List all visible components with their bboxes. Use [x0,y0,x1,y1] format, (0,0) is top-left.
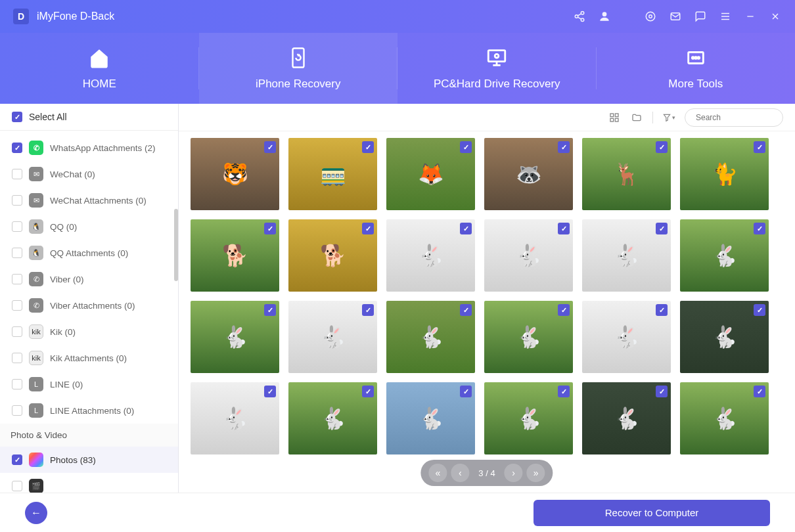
grid-view-icon[interactable] [608,111,621,124]
photo-thumbnail[interactable]: 🐇 [191,301,279,373]
checkbox[interactable] [12,248,22,258]
photo-thumbnail[interactable]: 🐇 [288,301,377,373]
thumbnail-checkbox[interactable] [754,223,765,234]
photo-thumbnail[interactable]: 🐇 [680,219,769,292]
feedback-icon[interactable] [694,10,707,23]
checkbox[interactable] [12,143,22,153]
sidebar-item[interactable]: kik Kik Attachments (0) [0,345,178,371]
photo-thumbnail[interactable]: 🚃 [288,138,377,210]
photo-thumbnail[interactable]: 🐯 [191,138,279,210]
settings-icon[interactable] [644,10,657,23]
tab-more-tools[interactable]: More Tools [597,33,796,104]
checkbox[interactable] [12,274,22,284]
thumbnail-checkbox[interactable] [558,223,570,234]
sidebar-item[interactable]: ✆ WhatsApp Attachments (2) [0,135,178,161]
page-prev-button[interactable]: ‹ [451,464,469,482]
sidebar-item[interactable]: 🎬 [0,473,178,493]
photo-thumbnail[interactable]: 🐈 [680,138,769,210]
thumbnail-checkbox[interactable] [656,223,668,234]
thumbnail-checkbox[interactable] [558,304,570,316]
scrollbar-thumb[interactable] [174,209,178,281]
thumbnail-checkbox[interactable] [754,141,765,153]
photo-thumbnail[interactable]: 🦊 [386,138,475,210]
close-icon[interactable] [769,10,782,23]
photo-thumbnail[interactable]: 🐇 [484,382,573,454]
svg-line-4 [578,17,581,19]
search-box[interactable] [685,108,783,127]
thumbnail-checkbox[interactable] [754,386,765,397]
thumbnail-checkbox[interactable] [264,386,276,397]
checkbox[interactable] [12,221,22,232]
photo-thumbnail[interactable]: 🐇 [386,301,475,373]
thumbnail-checkbox[interactable] [264,223,276,234]
thumbnail-checkbox[interactable] [460,141,472,153]
select-all-row[interactable]: ✓ Select All [0,104,178,131]
sidebar-item[interactable]: ✉ WeChat Attachments (0) [0,187,178,213]
page-last-button[interactable]: » [527,464,545,482]
checkbox[interactable] [12,454,22,465]
checkbox[interactable] [12,481,22,491]
back-button[interactable]: ← [25,502,47,524]
checkbox[interactable] [12,379,22,389]
thumbnail-checkbox[interactable] [656,304,668,316]
mail-icon[interactable] [669,10,682,23]
menu-icon[interactable] [719,10,732,23]
tab-home[interactable]: HOME [0,33,199,104]
thumbnail-checkbox[interactable] [460,304,472,316]
photo-thumbnail[interactable]: 🐇 [288,382,377,454]
photo-thumbnail[interactable]: 🐕 [288,219,377,292]
photo-thumbnail[interactable]: 🦝 [484,138,573,210]
page-first-button[interactable]: « [428,464,447,482]
tab-iphone-recovery[interactable]: iPhone Recovery [199,33,398,104]
thumbnail-checkbox[interactable] [362,141,374,153]
checkbox[interactable] [12,195,22,206]
thumbnail-checkbox[interactable] [362,304,374,316]
filter-icon[interactable]: ▾ [662,111,675,124]
recover-button[interactable]: Recover to Computer [534,500,770,526]
thumbnail-checkbox[interactable] [754,304,765,316]
photo-thumbnail[interactable]: 🦌 [582,138,671,210]
photo-thumbnail[interactable]: 🐇 [582,219,671,292]
photo-thumbnail[interactable]: 🐕 [191,219,279,292]
thumbnail-checkbox[interactable] [656,141,668,153]
photo-thumbnail[interactable]: 🐇 [386,219,475,292]
thumbnail-checkbox[interactable] [558,141,570,153]
photo-thumbnail[interactable]: 🐇 [386,382,475,454]
thumbnail-checkbox[interactable] [362,386,374,397]
checkbox[interactable] [12,405,22,416]
photo-thumbnail[interactable]: 🐇 [680,382,769,454]
search-input[interactable] [696,113,794,122]
photo-thumbnail[interactable]: 🐇 [680,301,769,373]
photo-thumbnail[interactable]: 🐇 [484,301,573,373]
sidebar-item[interactable]: 🐧 QQ Attachments (0) [0,240,178,266]
checkbox[interactable] [12,169,22,179]
thumbnail-checkbox[interactable] [656,386,668,397]
sidebar-item[interactable]: kik Kik (0) [0,319,178,345]
sidebar-item[interactable]: ✉ WeChat (0) [0,161,178,187]
sidebar-item[interactable]: Photos (83) [0,447,178,473]
thumbnail-checkbox[interactable] [558,386,570,397]
checkbox[interactable] [12,353,22,363]
checkbox[interactable] [12,300,22,311]
thumbnail-checkbox[interactable] [460,386,472,397]
thumbnail-checkbox[interactable] [264,304,276,316]
thumbnail-checkbox[interactable] [264,141,276,153]
photo-thumbnail[interactable]: 🐇 [582,301,671,373]
sidebar-item[interactable]: ✆ Viber (0) [0,266,178,292]
page-next-button[interactable]: › [505,464,523,482]
sidebar-item[interactable]: ✆ Viber Attachments (0) [0,292,178,319]
sidebar-item[interactable]: L LINE Attachments (0) [0,397,178,424]
thumbnail-checkbox[interactable] [460,223,472,234]
sidebar-item[interactable]: L LINE (0) [0,371,178,397]
tab-pc-recovery[interactable]: PC&Hard Drive Recovery [398,33,597,104]
thumbnail-checkbox[interactable] [362,223,374,234]
checkbox[interactable] [12,326,22,337]
minimize-icon[interactable] [744,10,757,23]
folder-view-icon[interactable] [630,111,643,124]
photo-thumbnail[interactable]: 🐇 [582,382,671,454]
photo-thumbnail[interactable]: 🐇 [484,219,573,292]
user-icon[interactable] [598,10,611,23]
photo-thumbnail[interactable]: 🐇 [191,382,279,454]
share-icon[interactable] [573,10,586,23]
sidebar-item[interactable]: 🐧 QQ (0) [0,213,178,240]
